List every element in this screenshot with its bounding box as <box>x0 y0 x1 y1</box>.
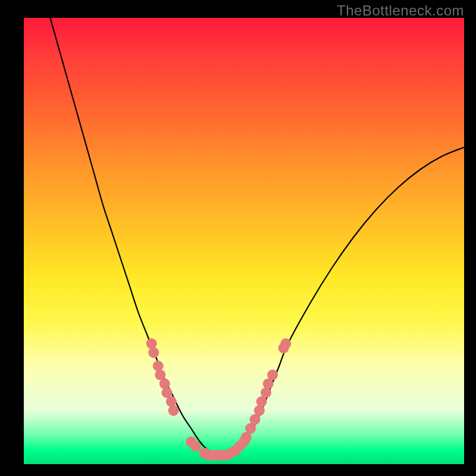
data-marker <box>261 387 271 398</box>
data-marker <box>190 441 201 452</box>
plot-area <box>24 18 464 464</box>
data-marker <box>267 369 278 380</box>
curve-svg <box>24 18 464 464</box>
data-marker <box>146 339 157 349</box>
data-marker <box>168 405 179 416</box>
data-marker <box>153 361 164 371</box>
chart-frame: TheBottleneck.com <box>0 0 476 476</box>
data-marker <box>280 339 291 349</box>
data-marker <box>159 378 170 389</box>
watermark-text: TheBottleneck.com <box>337 2 464 19</box>
data-marker <box>148 347 159 358</box>
data-marker <box>254 405 265 416</box>
bottleneck-curve <box>50 18 464 456</box>
curve-markers <box>146 339 292 461</box>
data-marker <box>166 396 177 407</box>
